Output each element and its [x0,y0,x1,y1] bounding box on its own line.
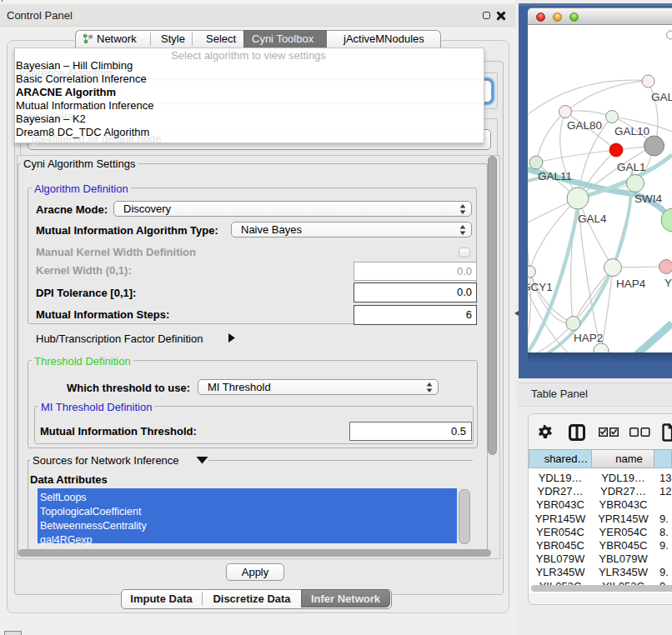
svg-text:GAL11: GAL11 [538,170,572,182]
svg-text:GCY1: GCY1 [528,281,553,293]
svg-text:GAL10: GAL10 [614,125,649,138]
svg-text:SWI4: SWI4 [634,192,662,205]
svg-text:GAL1: GAL1 [617,161,646,173]
svg-text:HAP4: HAP4 [616,278,646,290]
svg-text:GAL2: GAL2 [651,91,672,103]
svg-text:YJ: YJ [664,277,672,289]
svg-text:HAP2: HAP2 [574,332,603,344]
svg-text:GAL4: GAL4 [578,212,607,225]
svg-text:GAL80: GAL80 [567,119,602,132]
